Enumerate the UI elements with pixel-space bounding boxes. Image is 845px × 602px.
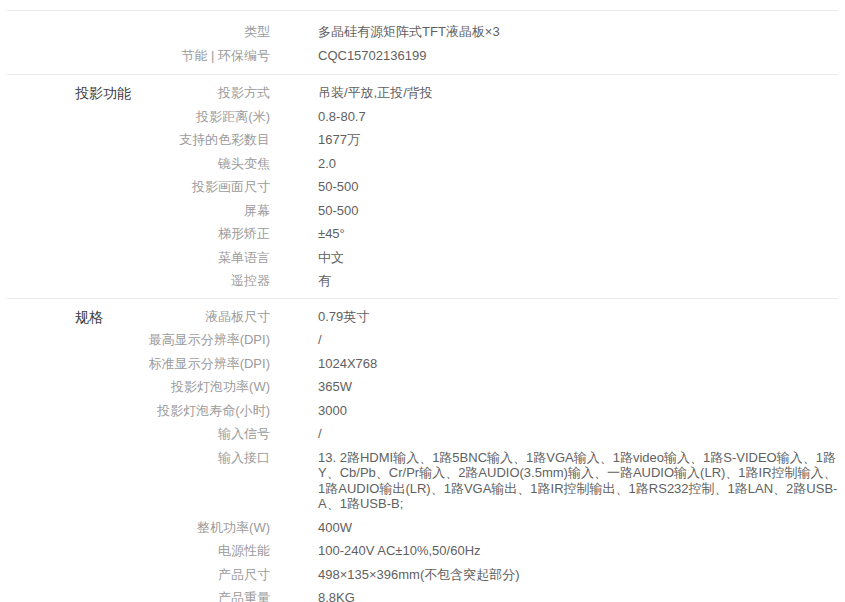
table-row: 产品尺寸 498×135×396mm(不包含突起部分) bbox=[7, 563, 838, 587]
spec-label: 投影灯泡寿命(小时) bbox=[7, 399, 270, 423]
table-row: 液晶板尺寸 0.79英寸 bbox=[7, 305, 838, 329]
spec-value: 50-500 bbox=[318, 199, 838, 223]
section-title: 投影功能 bbox=[75, 85, 131, 101]
spec-value: 8.8KG bbox=[318, 586, 838, 602]
table-row: 投影距离(米) 0.8-80.7 bbox=[7, 105, 838, 129]
spec-label: 遥控器 bbox=[7, 269, 270, 293]
spec-label: 菜单语言 bbox=[7, 246, 270, 270]
spec-label: 最高显示分辨率(DPI) bbox=[7, 328, 270, 352]
product-spec-table: 类型 多晶硅有源矩阵式TFT液晶板×3 节能 | 环保编号 CQC1570213… bbox=[0, 0, 845, 602]
spec-label: 投影灯泡功率(W) bbox=[7, 375, 270, 399]
spec-label: 投影距离(米) bbox=[7, 105, 270, 129]
table-row: 投影画面尺寸 50-500 bbox=[7, 175, 838, 199]
spec-label: 支持的色彩数目 bbox=[7, 128, 270, 152]
spec-value: 400W bbox=[318, 516, 838, 540]
table-row: 遥控器 有 bbox=[7, 269, 838, 293]
spec-label: 屏幕 bbox=[7, 199, 270, 223]
spec-label: 投影画面尺寸 bbox=[7, 175, 270, 199]
table-row: 整机功率(W) 400W bbox=[7, 516, 838, 540]
spec-label: 输入信号 bbox=[7, 422, 270, 446]
table-row: 镜头变焦 2.0 bbox=[7, 152, 838, 176]
spec-label: 液晶板尺寸 bbox=[7, 305, 270, 329]
table-row: 梯形矫正 ±45° bbox=[7, 222, 838, 246]
spec-value: 2.0 bbox=[318, 152, 838, 176]
table-row: 支持的色彩数目 1677万 bbox=[7, 128, 838, 152]
spec-value: 1677万 bbox=[318, 128, 838, 152]
spec-value: 1024X768 bbox=[318, 352, 838, 376]
spec-label: 输入接口 bbox=[7, 446, 270, 470]
spec-value: CQC15702136199 bbox=[318, 44, 838, 68]
spec-value: 13. 2路HDMI输入、1路5BNC输入、1路VGA输入、1路video输入、… bbox=[318, 446, 838, 516]
table-row: 投影灯泡功率(W) 365W bbox=[7, 375, 838, 399]
table-row: 输入接口 13. 2路HDMI输入、1路5BNC输入、1路VGA输入、1路vid… bbox=[7, 446, 838, 516]
spec-section-projection: 投影功能 投影方式 吊装/平放,正投/背投 投影距离(米) 0.8-80.7 支… bbox=[7, 74, 838, 298]
spec-label: 整机功率(W) bbox=[7, 516, 270, 540]
table-row: 类型 多晶硅有源矩阵式TFT液晶板×3 bbox=[7, 20, 838, 44]
spec-value: / bbox=[318, 328, 838, 352]
table-row: 标准显示分辨率(DPI) 1024X768 bbox=[7, 352, 838, 376]
spec-label: 产品重量 bbox=[7, 586, 270, 602]
spec-section-specs: 规格 液晶板尺寸 0.79英寸 最高显示分辨率(DPI) / 标准显示分辨率(D… bbox=[7, 298, 838, 602]
spec-section-type: 类型 多晶硅有源矩阵式TFT液晶板×3 节能 | 环保编号 CQC1570213… bbox=[7, 10, 838, 74]
table-row: 投影方式 吊装/平放,正投/背投 bbox=[7, 81, 838, 105]
table-row: 屏幕 50-500 bbox=[7, 199, 838, 223]
spec-value: 多晶硅有源矩阵式TFT液晶板×3 bbox=[318, 20, 838, 44]
table-row: 最高显示分辨率(DPI) / bbox=[7, 328, 838, 352]
spec-value: 100-240V AC±10%,50/60Hz bbox=[318, 539, 838, 563]
table-row: 输入信号 / bbox=[7, 422, 838, 446]
spec-value: 有 bbox=[318, 269, 838, 293]
section-title: 规格 bbox=[75, 309, 103, 325]
spec-value: 0.8-80.7 bbox=[318, 105, 838, 129]
table-row: 节能 | 环保编号 CQC15702136199 bbox=[7, 44, 838, 68]
spec-value: 吊装/平放,正投/背投 bbox=[318, 81, 838, 105]
spec-value: 0.79英寸 bbox=[318, 305, 838, 329]
spec-label: 镜头变焦 bbox=[7, 152, 270, 176]
spec-value: / bbox=[318, 422, 838, 446]
spec-value: 50-500 bbox=[318, 175, 838, 199]
spec-label: 标准显示分辨率(DPI) bbox=[7, 352, 270, 376]
table-row: 菜单语言 中文 bbox=[7, 246, 838, 270]
spec-label: 产品尺寸 bbox=[7, 563, 270, 587]
spec-value: 365W bbox=[318, 375, 838, 399]
table-row: 产品重量 8.8KG bbox=[7, 586, 838, 602]
spec-value: ±45° bbox=[318, 222, 838, 246]
spec-value: 中文 bbox=[318, 246, 838, 270]
spec-value: 3000 bbox=[318, 399, 838, 423]
table-row: 投影灯泡寿命(小时) 3000 bbox=[7, 399, 838, 423]
spec-label: 投影方式 bbox=[7, 81, 270, 105]
spec-label: 电源性能 bbox=[7, 539, 270, 563]
spec-label: 节能 | 环保编号 bbox=[7, 44, 270, 68]
spec-label: 类型 bbox=[7, 20, 270, 44]
spec-value: 498×135×396mm(不包含突起部分) bbox=[318, 563, 838, 587]
table-row: 电源性能 100-240V AC±10%,50/60Hz bbox=[7, 539, 838, 563]
spec-label: 梯形矫正 bbox=[7, 222, 270, 246]
